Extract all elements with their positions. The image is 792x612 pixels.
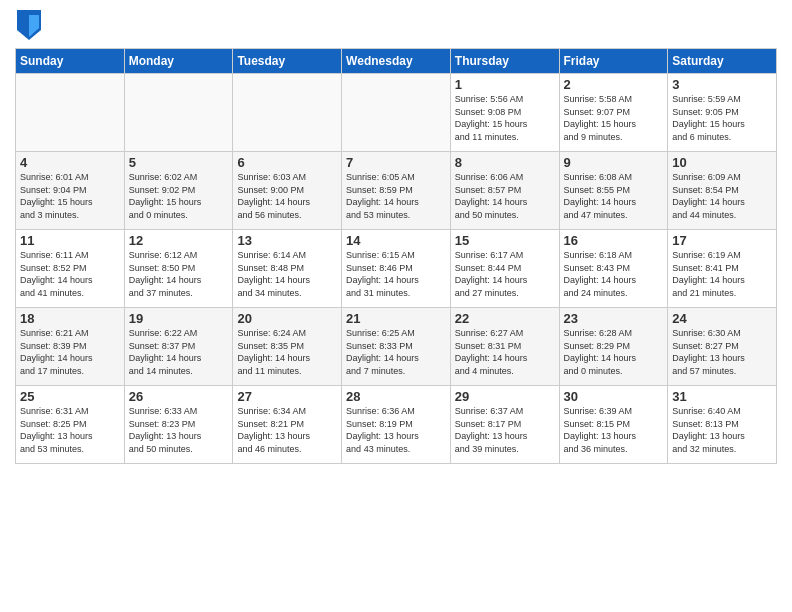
day-info: Sunrise: 6:12 AM Sunset: 8:50 PM Dayligh…: [129, 249, 229, 299]
day-info: Sunrise: 6:24 AM Sunset: 8:35 PM Dayligh…: [237, 327, 337, 377]
day-info: Sunrise: 6:17 AM Sunset: 8:44 PM Dayligh…: [455, 249, 555, 299]
calendar-cell: 18Sunrise: 6:21 AM Sunset: 8:39 PM Dayli…: [16, 308, 125, 386]
calendar-cell: [124, 74, 233, 152]
header-thursday: Thursday: [450, 49, 559, 74]
calendar-cell: [342, 74, 451, 152]
day-info: Sunrise: 6:14 AM Sunset: 8:48 PM Dayligh…: [237, 249, 337, 299]
calendar-cell: 5Sunrise: 6:02 AM Sunset: 9:02 PM Daylig…: [124, 152, 233, 230]
calendar-cell: 9Sunrise: 6:08 AM Sunset: 8:55 PM Daylig…: [559, 152, 668, 230]
day-number: 7: [346, 155, 446, 170]
day-number: 26: [129, 389, 229, 404]
logo-icon: [17, 10, 41, 40]
day-number: 3: [672, 77, 772, 92]
day-number: 20: [237, 311, 337, 326]
day-info: Sunrise: 6:03 AM Sunset: 9:00 PM Dayligh…: [237, 171, 337, 221]
header-sunday: Sunday: [16, 49, 125, 74]
calendar-week-1: 1Sunrise: 5:56 AM Sunset: 9:08 PM Daylig…: [16, 74, 777, 152]
day-number: 8: [455, 155, 555, 170]
day-number: 5: [129, 155, 229, 170]
calendar-cell: 3Sunrise: 5:59 AM Sunset: 9:05 PM Daylig…: [668, 74, 777, 152]
day-info: Sunrise: 6:36 AM Sunset: 8:19 PM Dayligh…: [346, 405, 446, 455]
calendar-week-2: 4Sunrise: 6:01 AM Sunset: 9:04 PM Daylig…: [16, 152, 777, 230]
calendar-cell: 31Sunrise: 6:40 AM Sunset: 8:13 PM Dayli…: [668, 386, 777, 464]
day-info: Sunrise: 6:01 AM Sunset: 9:04 PM Dayligh…: [20, 171, 120, 221]
day-number: 14: [346, 233, 446, 248]
header-saturday: Saturday: [668, 49, 777, 74]
calendar-cell: 6Sunrise: 6:03 AM Sunset: 9:00 PM Daylig…: [233, 152, 342, 230]
day-number: 27: [237, 389, 337, 404]
day-info: Sunrise: 6:08 AM Sunset: 8:55 PM Dayligh…: [564, 171, 664, 221]
calendar-cell: 16Sunrise: 6:18 AM Sunset: 8:43 PM Dayli…: [559, 230, 668, 308]
day-number: 6: [237, 155, 337, 170]
day-number: 2: [564, 77, 664, 92]
day-number: 11: [20, 233, 120, 248]
day-number: 17: [672, 233, 772, 248]
calendar-cell: [233, 74, 342, 152]
day-number: 19: [129, 311, 229, 326]
day-info: Sunrise: 6:19 AM Sunset: 8:41 PM Dayligh…: [672, 249, 772, 299]
calendar-cell: 2Sunrise: 5:58 AM Sunset: 9:07 PM Daylig…: [559, 74, 668, 152]
day-info: Sunrise: 6:27 AM Sunset: 8:31 PM Dayligh…: [455, 327, 555, 377]
day-number: 1: [455, 77, 555, 92]
calendar-cell: 27Sunrise: 6:34 AM Sunset: 8:21 PM Dayli…: [233, 386, 342, 464]
calendar-cell: 10Sunrise: 6:09 AM Sunset: 8:54 PM Dayli…: [668, 152, 777, 230]
day-number: 4: [20, 155, 120, 170]
calendar-cell: 22Sunrise: 6:27 AM Sunset: 8:31 PM Dayli…: [450, 308, 559, 386]
calendar-cell: 23Sunrise: 6:28 AM Sunset: 8:29 PM Dayli…: [559, 308, 668, 386]
page-header: [15, 10, 777, 40]
day-info: Sunrise: 6:18 AM Sunset: 8:43 PM Dayligh…: [564, 249, 664, 299]
calendar-cell: 29Sunrise: 6:37 AM Sunset: 8:17 PM Dayli…: [450, 386, 559, 464]
day-info: Sunrise: 6:33 AM Sunset: 8:23 PM Dayligh…: [129, 405, 229, 455]
calendar-cell: 12Sunrise: 6:12 AM Sunset: 8:50 PM Dayli…: [124, 230, 233, 308]
day-number: 31: [672, 389, 772, 404]
calendar-cell: 20Sunrise: 6:24 AM Sunset: 8:35 PM Dayli…: [233, 308, 342, 386]
day-info: Sunrise: 5:59 AM Sunset: 9:05 PM Dayligh…: [672, 93, 772, 143]
header-friday: Friday: [559, 49, 668, 74]
day-info: Sunrise: 6:11 AM Sunset: 8:52 PM Dayligh…: [20, 249, 120, 299]
day-info: Sunrise: 6:30 AM Sunset: 8:27 PM Dayligh…: [672, 327, 772, 377]
day-number: 25: [20, 389, 120, 404]
calendar-week-4: 18Sunrise: 6:21 AM Sunset: 8:39 PM Dayli…: [16, 308, 777, 386]
day-info: Sunrise: 5:56 AM Sunset: 9:08 PM Dayligh…: [455, 93, 555, 143]
calendar-cell: 13Sunrise: 6:14 AM Sunset: 8:48 PM Dayli…: [233, 230, 342, 308]
day-number: 13: [237, 233, 337, 248]
calendar-cell: 19Sunrise: 6:22 AM Sunset: 8:37 PM Dayli…: [124, 308, 233, 386]
day-info: Sunrise: 5:58 AM Sunset: 9:07 PM Dayligh…: [564, 93, 664, 143]
day-number: 30: [564, 389, 664, 404]
calendar-cell: [16, 74, 125, 152]
day-info: Sunrise: 6:40 AM Sunset: 8:13 PM Dayligh…: [672, 405, 772, 455]
calendar-cell: 25Sunrise: 6:31 AM Sunset: 8:25 PM Dayli…: [16, 386, 125, 464]
header-monday: Monday: [124, 49, 233, 74]
day-info: Sunrise: 6:37 AM Sunset: 8:17 PM Dayligh…: [455, 405, 555, 455]
calendar-cell: 28Sunrise: 6:36 AM Sunset: 8:19 PM Dayli…: [342, 386, 451, 464]
day-number: 23: [564, 311, 664, 326]
day-number: 21: [346, 311, 446, 326]
day-info: Sunrise: 6:25 AM Sunset: 8:33 PM Dayligh…: [346, 327, 446, 377]
header-wednesday: Wednesday: [342, 49, 451, 74]
day-number: 12: [129, 233, 229, 248]
calendar-cell: 7Sunrise: 6:05 AM Sunset: 8:59 PM Daylig…: [342, 152, 451, 230]
calendar-cell: 30Sunrise: 6:39 AM Sunset: 8:15 PM Dayli…: [559, 386, 668, 464]
day-number: 28: [346, 389, 446, 404]
calendar-cell: 17Sunrise: 6:19 AM Sunset: 8:41 PM Dayli…: [668, 230, 777, 308]
calendar-cell: 24Sunrise: 6:30 AM Sunset: 8:27 PM Dayli…: [668, 308, 777, 386]
day-number: 15: [455, 233, 555, 248]
day-info: Sunrise: 6:21 AM Sunset: 8:39 PM Dayligh…: [20, 327, 120, 377]
day-number: 22: [455, 311, 555, 326]
calendar-cell: 21Sunrise: 6:25 AM Sunset: 8:33 PM Dayli…: [342, 308, 451, 386]
calendar-cell: 4Sunrise: 6:01 AM Sunset: 9:04 PM Daylig…: [16, 152, 125, 230]
day-number: 18: [20, 311, 120, 326]
calendar-cell: 11Sunrise: 6:11 AM Sunset: 8:52 PM Dayli…: [16, 230, 125, 308]
calendar-cell: 15Sunrise: 6:17 AM Sunset: 8:44 PM Dayli…: [450, 230, 559, 308]
day-info: Sunrise: 6:06 AM Sunset: 8:57 PM Dayligh…: [455, 171, 555, 221]
day-number: 29: [455, 389, 555, 404]
day-info: Sunrise: 6:05 AM Sunset: 8:59 PM Dayligh…: [346, 171, 446, 221]
calendar-week-5: 25Sunrise: 6:31 AM Sunset: 8:25 PM Dayli…: [16, 386, 777, 464]
day-info: Sunrise: 6:34 AM Sunset: 8:21 PM Dayligh…: [237, 405, 337, 455]
logo: [15, 10, 41, 40]
calendar-cell: 26Sunrise: 6:33 AM Sunset: 8:23 PM Dayli…: [124, 386, 233, 464]
day-info: Sunrise: 6:28 AM Sunset: 8:29 PM Dayligh…: [564, 327, 664, 377]
day-info: Sunrise: 6:09 AM Sunset: 8:54 PM Dayligh…: [672, 171, 772, 221]
day-info: Sunrise: 6:22 AM Sunset: 8:37 PM Dayligh…: [129, 327, 229, 377]
day-number: 24: [672, 311, 772, 326]
